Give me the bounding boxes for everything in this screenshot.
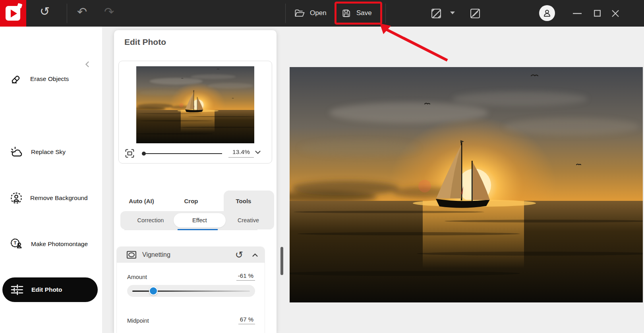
collapse-sidebar-chevron[interactable] (83, 60, 91, 68)
navigator-card: 13.4% (118, 61, 272, 164)
sidebar-item-edit-photo[interactable]: Edit Photo (2, 277, 98, 302)
subtab-effect[interactable]: Effect (174, 211, 226, 229)
save-button-label: Save (356, 9, 372, 17)
vignetting-header[interactable]: Vignetting ↺ (117, 247, 265, 263)
close-button[interactable] (609, 0, 622, 27)
zoom-slider-track[interactable] (145, 153, 222, 154)
zoom-value[interactable]: 13.4% (228, 148, 254, 158)
svg-text:T: T (14, 241, 17, 245)
collapse-section-chevron[interactable] (252, 253, 258, 257)
amount-value[interactable]: -61 % (236, 272, 255, 281)
before-after-compare-icon[interactable] (430, 8, 442, 19)
compare-dropdown-caret[interactable] (450, 12, 455, 14)
tab-tools[interactable]: Tools (224, 191, 263, 211)
open-button[interactable]: Open (294, 4, 327, 22)
sidebar-item-label: Make Photomontage (31, 241, 88, 248)
minimize-button[interactable] (571, 0, 584, 27)
navigator-thumbnail[interactable] (136, 66, 254, 143)
midpoint-value[interactable]: 67 % (238, 316, 255, 324)
adjust-sliders-icon (10, 284, 24, 296)
sidebar-item-erase-objects[interactable]: Erase Objects (10, 72, 69, 86)
tab-label: Auto (AI) (129, 198, 154, 204)
canvas-photo[interactable] (290, 67, 643, 302)
sidebar: Erase Objects Replace Sky Remove Backgro… (0, 27, 102, 333)
redo-icon[interactable]: ↷ (104, 6, 114, 18)
topbar: ↺ ↶ ↷ Open Save (0, 0, 644, 27)
reset-vignetting-icon[interactable]: ↺ (235, 250, 243, 260)
tab-crop[interactable]: Crop (171, 191, 211, 211)
app-logo (0, 0, 26, 27)
save-button[interactable]: Save (341, 4, 372, 22)
sidebar-item-label: Erase Objects (30, 75, 69, 83)
app-window: ↺ ↶ ↷ Open Save (0, 0, 644, 333)
midpoint-label: Midpoint (127, 318, 149, 324)
active-subtab-underline (178, 229, 218, 230)
sidebar-item-label: Edit Photo (31, 286, 62, 293)
toolbar-divider (385, 4, 386, 23)
tab-auto-ai[interactable]: Auto (AI) (122, 191, 161, 211)
photomontage-icon: T (10, 238, 23, 250)
tab-label: Crop (184, 198, 198, 204)
hide-preview-icon[interactable] (469, 8, 481, 19)
amount-slider-thumb[interactable] (149, 287, 158, 295)
sidebar-item-make-photomontage[interactable]: T Make Photomontage (10, 237, 88, 251)
vignette-icon (126, 250, 137, 259)
app-logo-icon (6, 6, 20, 21)
sidebar-item-label: Replace Sky (31, 148, 66, 156)
reset-changes-icon[interactable]: ↺ (40, 6, 50, 17)
subtab-label: Creative (238, 217, 259, 223)
open-button-label: Open (310, 9, 327, 17)
remove-background-icon (10, 192, 23, 204)
tab-label: Tools (236, 198, 251, 204)
replace-sky-icon (10, 146, 23, 158)
undo-icon[interactable]: ↶ (77, 6, 87, 18)
fit-to-screen-icon[interactable] (124, 148, 135, 159)
edit-photo-panel: Edit Photo 13.4% (114, 30, 277, 333)
panel-scrollbar[interactable] (280, 247, 283, 275)
subtab-correction[interactable]: Correction (128, 211, 173, 229)
subtab-label: Effect (192, 217, 207, 223)
subtab-bar: Correction Effect Creative (120, 211, 274, 229)
account-avatar[interactable] (539, 5, 555, 21)
maximize-button[interactable] (590, 0, 604, 27)
vignetting-title: Vignetting (142, 251, 170, 258)
open-folder-icon (294, 8, 305, 18)
eraser-icon (10, 73, 23, 85)
panel-title: Edit Photo (124, 37, 166, 47)
sidebar-item-replace-sky[interactable]: Replace Sky (10, 145, 66, 159)
sidebar-item-remove-background[interactable]: Remove Background (10, 191, 88, 205)
zoom-dropdown-caret[interactable] (255, 150, 261, 155)
amount-label: Amount (127, 274, 147, 280)
toolbar-divider (67, 4, 67, 23)
sidebar-item-label: Remove Background (30, 194, 88, 202)
subtab-creative[interactable]: Creative (226, 211, 270, 229)
amount-slider[interactable] (127, 285, 255, 297)
save-floppy-icon (341, 8, 352, 19)
vignetting-section: Vignetting ↺ Amount -61 % Midpoint 67 % (117, 247, 265, 333)
subtab-label: Correction (137, 217, 164, 223)
zoom-controls: 13.4% (119, 145, 273, 161)
toolbar-divider (285, 4, 286, 23)
